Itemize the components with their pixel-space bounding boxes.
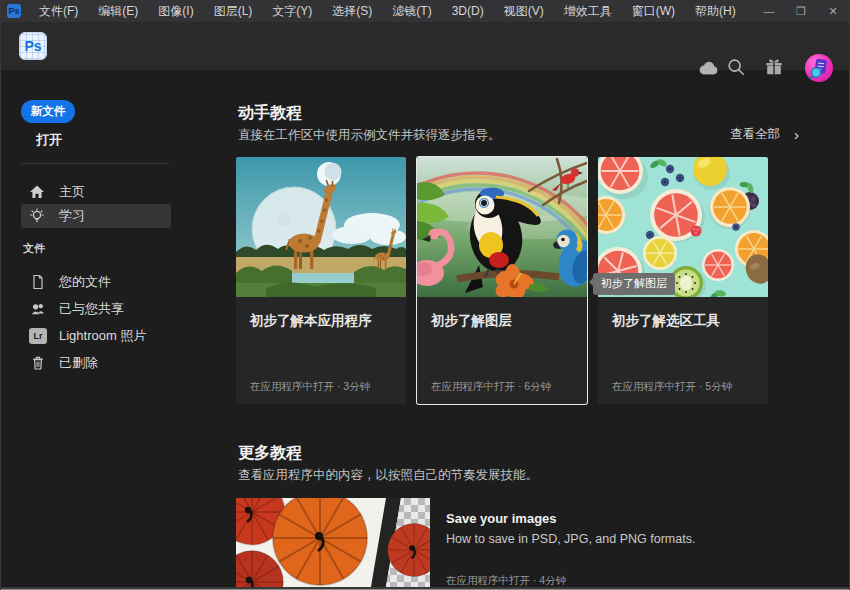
menu-layer[interactable]: 图层(L) [204,0,263,22]
home-icon [29,184,45,200]
minimize-button[interactable]: — [753,0,785,22]
document-icon [29,274,47,290]
menu-type[interactable]: 文字(Y) [262,0,322,22]
ps-app-icon: Ps [7,4,21,18]
tutorial-card-get-to-know-app[interactable]: 初步了解本应用程序 在应用程序中打开 · 3分钟 [236,157,406,404]
close-button[interactable]: ✕ [817,0,849,22]
view-all-label: 查看全部 [730,126,780,143]
sidebar-item-home[interactable]: 主页 [21,180,171,204]
tooltip: 初步了解图层 [593,273,675,295]
maximize-button[interactable]: ❐ [785,0,817,22]
more-tutorials-title: 更多教程 [238,443,302,464]
sidebar-item-learn[interactable]: 学习 [21,204,171,228]
menu-plugins[interactable]: 增效工具 [554,0,622,22]
sidebar-item-label: 已与您共享 [59,300,124,318]
sidebar-item-label: Lightroom 照片 [59,327,146,345]
trash-icon [29,355,47,371]
menu-edit[interactable]: 编辑(E) [88,0,148,22]
tutorial-thumbnail-giraffe [236,157,406,297]
tutorial-item-text: Save your images How to save in PSD, JPG… [446,498,826,590]
tutorial-item-subtitle: How to save in PSD, JPG, and PNG formats… [446,532,826,546]
menu-select[interactable]: 选择(S) [322,0,382,22]
tutorial-card-title: 初步了解本应用程序 [250,312,372,330]
hands-on-subtitle: 直接在工作区中使用示例文件并获得逐步指导。 [238,127,501,144]
tutorial-thumbnail-umbrellas [236,498,430,590]
photoshop-window: Ps 文件(F) 编辑(E) 图像(I) 图层(L) 文字(Y) 选择(S) 滤… [0,0,850,590]
tutorial-item-title: Save your images [446,511,826,526]
menu-bar: Ps 文件(F) 编辑(E) 图像(I) 图层(L) 文字(Y) 选择(S) 滤… [1,0,849,22]
hands-on-title: 动手教程 [238,103,302,124]
tutorial-card-meta: 在应用程序中打开 · 3分钟 [250,380,370,394]
sidebar-item-label: 已删除 [59,354,98,372]
sidebar-item-label: 您的文件 [59,273,111,291]
menu-image[interactable]: 图像(I) [148,0,203,22]
home-main-content: 动手教程 直接在工作区中使用示例文件并获得逐步指导。 查看全部 › [213,70,849,590]
account-avatar[interactable] [805,54,833,82]
tutorial-list-item-save-your-images[interactable]: Save your images How to save in PSD, JPG… [236,498,826,590]
menu-view[interactable]: 视图(V) [494,0,554,22]
sidebar-item-shared[interactable]: 已与您共享 [21,298,201,320]
gift-icon[interactable] [763,57,785,77]
menu-window[interactable]: 窗口(W) [622,0,685,22]
more-tutorials-subtitle: 查看应用程序中的内容，以按照自己的节奏发展技能。 [238,467,538,484]
lightbulb-icon [29,208,45,224]
menu-file[interactable]: 文件(F) [29,0,88,22]
sidebar-item-lightroom-photos[interactable]: Lr Lightroom 照片 [21,325,201,347]
tutorial-card-get-to-know-layers[interactable]: 初步了解图层 在应用程序中打开 · 6分钟 [417,157,587,404]
sidebar-divider [21,163,169,164]
menu-filter[interactable]: 滤镜(T) [382,0,441,22]
menu-3d[interactable]: 3D(D) [442,0,494,22]
ps-home-logo[interactable]: Ps [19,32,47,60]
tutorial-card-meta: 在应用程序中打开 · 5分钟 [612,380,732,394]
tutorial-card-title: 初步了解选区工具 [612,312,720,330]
people-icon [29,301,47,317]
view-all-link[interactable]: 查看全部 › [730,126,799,143]
menu-help[interactable]: 帮助(H) [685,0,746,22]
sidebar-item-your-files[interactable]: 您的文件 [21,271,201,293]
tutorial-item-meta: 在应用程序中打开 · 4分钟 [446,574,566,588]
raspberry-shape [691,226,702,237]
search-icon[interactable] [725,57,747,77]
open-button[interactable]: 打开 [36,131,62,149]
sidebar-item-label: 主页 [59,183,85,201]
new-file-button[interactable]: 新文件 [21,100,75,123]
avatar-artwork [805,54,833,82]
chevron-right-icon: › [794,126,799,143]
sidebar-item-label: 学习 [59,207,85,225]
files-section-heading: 文件 [23,241,45,256]
home-sidebar: 新文件 打开 主页 学习 文件 [1,70,213,590]
sidebar-item-deleted[interactable]: 已删除 [21,352,201,374]
lightroom-badge: Lr [29,328,47,344]
tutorial-card-title: 初步了解图层 [431,312,512,330]
app-toolbar: Ps [1,22,849,70]
cloud-icon[interactable] [697,58,719,78]
tutorial-thumbnail-birds [417,157,587,297]
tutorial-card-meta: 在应用程序中打开 · 6分钟 [431,380,551,394]
